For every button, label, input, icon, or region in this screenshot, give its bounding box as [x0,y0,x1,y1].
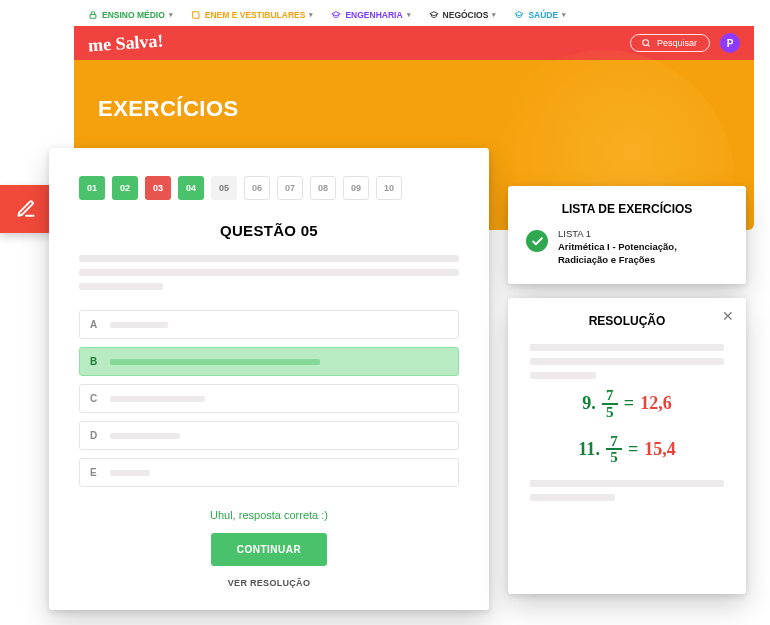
nav-engenharia[interactable]: ENGENHARIA ▾ [331,10,410,20]
answer-a[interactable]: A [79,310,459,339]
feedback-text: Uhul, resposta correta :) [79,509,459,521]
avatar-initial: P [727,38,734,49]
chevron-down-icon: ▾ [169,11,173,19]
question-body-placeholder [79,255,459,290]
chevron-down-icon: ▾ [309,11,313,19]
question-nav: 01 02 03 04 05 06 07 08 09 10 [79,176,459,200]
answer-text-placeholder [110,433,180,439]
answer-b[interactable]: B [79,347,459,376]
list-item-meta: LISTA 1 Aritmética I - Potenciação, Radi… [558,228,728,266]
chevron-down-icon: ▾ [492,11,496,19]
answer-e[interactable]: E [79,458,459,487]
question-title: QUESTÃO 05 [79,222,459,239]
book-icon [191,10,201,20]
page-title: EXERCÍCIOS [98,96,730,122]
resolution-text-placeholder [526,344,728,379]
svg-point-1 [643,40,649,46]
answer-list: A B C D E [79,310,459,487]
nav-label: ENSINO MÉDIO [102,10,165,20]
search-placeholder: Pesquisar [657,38,697,48]
chevron-down-icon: ▾ [407,11,411,19]
list-label: LISTA 1 [558,228,728,241]
nav-label: NEGÓCIOS [443,10,489,20]
continue-button[interactable]: CONTINUAR [211,533,328,566]
question-pill-04[interactable]: 04 [178,176,204,200]
question-pill-01[interactable]: 01 [79,176,105,200]
grad-cap-icon [514,10,524,20]
answer-d[interactable]: D [79,421,459,450]
category-nav: ENSINO MÉDIO ▾ ENEM E VESTIBULARES ▾ ENG… [74,4,754,26]
logo[interactable]: me Salva! [87,30,164,56]
answer-letter: B [90,356,100,367]
edit-fab[interactable] [0,185,52,233]
answer-c[interactable]: C [79,384,459,413]
search-input[interactable]: Pesquisar [630,34,710,52]
nav-label: ENEM E VESTIBULARES [205,10,306,20]
search-icon [641,38,651,48]
check-circle-icon [526,230,548,252]
header-right: Pesquisar P [630,33,740,53]
answer-letter: A [90,319,100,330]
question-pill-07[interactable]: 07 [277,176,303,200]
header-bar: me Salva! Pesquisar P [74,26,754,60]
list-item[interactable]: LISTA 1 Aritmética I - Potenciação, Radi… [526,228,728,266]
list-panel-heading: LISTA DE EXERCÍCIOS [526,202,728,216]
nav-label: ENGENHARIA [345,10,402,20]
exercise-card: 01 02 03 04 05 06 07 08 09 10 QUESTÃO 05… [49,148,489,610]
list-name: Aritmética I - Potenciação, Radiciação e… [558,241,728,267]
question-pill-09[interactable]: 09 [343,176,369,200]
nav-ensino-medio[interactable]: ENSINO MÉDIO ▾ [88,10,173,20]
nav-negocios[interactable]: NEGÓCIOS ▾ [429,10,497,20]
resolution-heading: RESOLUÇÃO [526,314,728,328]
svg-rect-0 [90,15,96,19]
question-pill-03[interactable]: 03 [145,176,171,200]
resolution-line-1: 9. 7 5 = 12,6 [526,389,728,419]
answer-letter: D [90,430,100,441]
answer-text-placeholder [110,322,168,328]
question-pill-05[interactable]: 05 [211,176,237,200]
answer-text-placeholder [110,396,205,402]
answer-text-placeholder [110,359,320,365]
resolution-text-placeholder [526,480,728,501]
resolution-card: ✕ RESOLUÇÃO 9. 7 5 = 12,6 11. 7 5 = 15,4 [508,298,746,594]
question-pill-08[interactable]: 08 [310,176,336,200]
nav-enem[interactable]: ENEM E VESTIBULARES ▾ [191,10,314,20]
avatar[interactable]: P [720,33,740,53]
exercise-list-card: LISTA DE EXERCÍCIOS LISTA 1 Aritmética I… [508,186,746,284]
lock-icon [88,10,98,20]
question-pill-10[interactable]: 10 [376,176,402,200]
nav-label: SAÚDE [528,10,558,20]
pencil-icon [16,199,36,219]
answer-letter: C [90,393,100,404]
question-pill-02[interactable]: 02 [112,176,138,200]
see-resolution-link[interactable]: VER RESOLUÇÃO [79,578,459,588]
answer-letter: E [90,467,100,478]
chevron-down-icon: ▾ [562,11,566,19]
grad-cap-icon [429,10,439,20]
close-icon[interactable]: ✕ [722,308,734,324]
resolution-line-2: 11. 7 5 = 15,4 [526,435,728,465]
question-pill-06[interactable]: 06 [244,176,270,200]
answer-text-placeholder [110,470,150,476]
grad-cap-icon [331,10,341,20]
nav-saude[interactable]: SAÚDE ▾ [514,10,566,20]
